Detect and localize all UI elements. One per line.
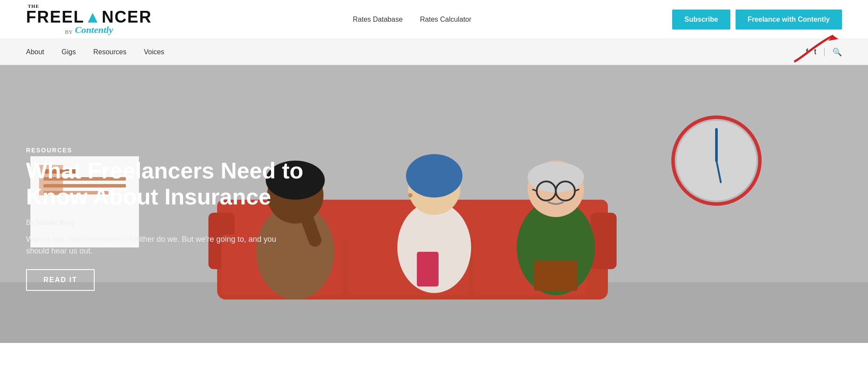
svg-point-20 [406, 154, 462, 198]
search-icon[interactable]: 🔍 [832, 47, 842, 57]
svg-rect-22 [417, 252, 439, 286]
nav-resources[interactable]: Resources [93, 48, 126, 56]
social-icons: f t 🔍 [806, 47, 842, 57]
hero-section: RESOURCES What Freelancers Need to Know … [0, 65, 868, 343]
nav-voices[interactable]: Voices [144, 48, 164, 56]
logo: THE FREEL▲NCER BY Contently [26, 4, 152, 35]
nav-rates-database[interactable]: Rates Database [353, 16, 403, 23]
top-nav: Rates Database Rates Calculator [353, 16, 472, 23]
facebook-icon[interactable]: f [806, 47, 808, 56]
logo-caret: ▲ [85, 8, 102, 26]
read-it-button[interactable]: READ IT [26, 269, 95, 291]
divider [824, 48, 825, 56]
hero-text: RESOURCES What Freelancers Need to Know … [26, 147, 365, 291]
secondary-nav-links: About Gigs Resources Voices [26, 48, 164, 56]
freelance-button[interactable]: Freelance with Contently [736, 10, 842, 30]
top-bar: THE FREEL▲NCER BY Contently Rates Databa… [0, 0, 868, 39]
logo-by: BY [65, 29, 73, 35]
nav-about[interactable]: About [26, 48, 44, 56]
nav-gigs[interactable]: Gigs [62, 48, 76, 56]
twitter-icon[interactable]: t [814, 47, 816, 56]
hero-category: RESOURCES [26, 147, 365, 154]
svg-rect-31 [534, 260, 578, 291]
hero-author: By Natalie Burg [26, 219, 365, 227]
nav-rates-calculator[interactable]: Rates Calculator [420, 16, 471, 23]
subscribe-button[interactable]: Subscribe [672, 10, 730, 30]
logo-contently: Contently [75, 25, 113, 35]
secondary-nav: About Gigs Resources Voices f t 🔍 [0, 39, 868, 65]
hero-title: What Freelancers Need to Know About Insu… [26, 158, 365, 210]
hero-description: Wanna talk about insurance? Neither do w… [26, 234, 287, 257]
logo-freelancer-text: FREEL▲NCER [26, 8, 152, 26]
top-buttons: Subscribe Freelance with Contently [672, 10, 842, 30]
svg-point-21 [408, 193, 413, 198]
